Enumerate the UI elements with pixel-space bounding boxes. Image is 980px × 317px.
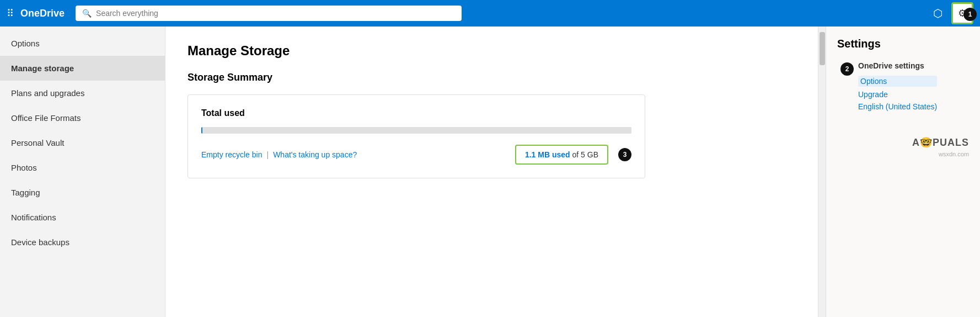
whats-taking-space-link[interactable]: What's taking up space? [273, 150, 357, 159]
sidebar-item-manage-storage[interactable]: Manage storage [0, 56, 165, 81]
settings-link-options[interactable]: Options [858, 76, 937, 87]
page-title: Manage Storage [188, 43, 796, 59]
settings-link-language[interactable]: English (United States) [858, 102, 937, 111]
watermark-text: wsxdn.com [939, 151, 969, 157]
progress-bar-fill [201, 127, 202, 134]
topbar: ⠿ OneDrive 🔍 ⬡ ⚙ [0, 0, 980, 27]
link-divider: | [266, 150, 269, 159]
sidebar-item-device-backups[interactable]: Device backups [0, 230, 165, 255]
empty-recycle-link[interactable]: Empty recycle bin [201, 150, 262, 159]
sidebar: Options Manage storage Plans and upgrade… [0, 27, 165, 317]
storage-summary-title: Storage Summary [188, 72, 796, 83]
of-text: of 5 GB [572, 150, 598, 159]
badge-2: 2 [840, 62, 854, 76]
sidebar-item-plans-upgrades[interactable]: Plans and upgrades [0, 81, 165, 105]
main-layout: Options Manage storage Plans and upgrade… [0, 27, 980, 317]
storage-info-box: 1.1 MB used of 5 GB 3 [515, 145, 631, 165]
watermark: A🤓PUALS [837, 136, 969, 149]
sidebar-item-notifications[interactable]: Notifications [0, 205, 165, 230]
progress-bar [201, 127, 631, 134]
settings-link-upgrade[interactable]: Upgrade [858, 90, 937, 99]
content-area: Manage Storage Storage Summary Total use… [165, 27, 818, 317]
sidebar-item-photos[interactable]: Photos [0, 155, 165, 180]
sidebar-item-tagging[interactable]: Tagging [0, 180, 165, 205]
sidebar-item-personal-vault[interactable]: Personal Vault [0, 130, 165, 155]
sidebar-item-options[interactable]: Options [0, 31, 165, 56]
scrollbar-thumb[interactable] [820, 32, 825, 65]
scrollbar-track[interactable] [818, 27, 826, 317]
storage-links-left: Empty recycle bin | What's taking up spa… [201, 150, 357, 159]
app-logo: OneDrive [20, 8, 65, 19]
appuals-logo: A🤓PUALS [912, 136, 969, 149]
used-amount: 1.1 MB used [525, 150, 570, 159]
settings-panel: Settings 2 OneDrive settings Options Upg… [826, 27, 980, 317]
settings-title: Settings [837, 38, 969, 50]
storage-links-row: Empty recycle bin | What's taking up spa… [201, 145, 631, 165]
search-icon: 🔍 [82, 9, 92, 18]
badge-3: 3 [618, 148, 631, 161]
storage-card: Total used Empty recycle bin | What's ta… [188, 94, 645, 178]
total-used-label: Total used [201, 108, 631, 118]
diamond-icon[interactable]: ⬡ [933, 7, 942, 20]
storage-info-text: 1.1 MB used of 5 GB [515, 145, 608, 165]
grid-icon[interactable]: ⠿ [7, 7, 14, 19]
search-bar[interactable]: 🔍 [76, 6, 462, 21]
sidebar-item-office-formats[interactable]: Office File Formats [0, 105, 165, 130]
settings-section-label: OneDrive settings [858, 61, 937, 70]
search-input[interactable] [96, 9, 455, 18]
